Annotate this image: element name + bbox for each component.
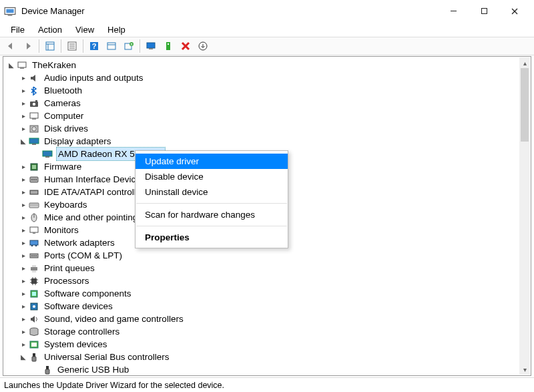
- tree-root[interactable]: ◣TheKraken: [5, 59, 529, 71]
- expand-chevron-icon[interactable]: ▸: [19, 287, 28, 300]
- toolbar-scan-hardware-button[interactable]: [143, 39, 159, 53]
- menu-help[interactable]: Help: [101, 23, 132, 36]
- svg-rect-53: [30, 227, 38, 232]
- expand-chevron-icon[interactable]: ▸: [19, 198, 28, 211]
- tree-category-21[interactable]: ◣Universal Serial Bus controllers: [5, 351, 529, 363]
- svg-rect-4: [481, 9, 487, 14]
- tree-category-5[interactable]: ◣Display adapters: [5, 135, 529, 148]
- expand-chevron-icon[interactable]: ▸: [19, 262, 28, 274]
- system-icon: [28, 339, 39, 350]
- tree-item-label: Universal Serial Bus controllers: [43, 351, 171, 363]
- expand-chevron-icon[interactable]: ▸: [19, 249, 28, 262]
- expand-chevron-icon[interactable]: ◣: [19, 351, 28, 363]
- tree-item-label: Display adapters: [43, 135, 113, 148]
- tree-category-17[interactable]: ▸Software devices: [5, 300, 529, 313]
- svg-rect-83: [46, 366, 49, 369]
- toolbar-help-button[interactable]: ?: [86, 39, 102, 53]
- minimize-button[interactable]: [438, 1, 469, 21]
- expand-chevron-icon[interactable]: ▸: [19, 224, 28, 236]
- tree-category-1[interactable]: ▸Bluetooth: [5, 84, 529, 97]
- tree-category-4[interactable]: ▸Disk drives: [5, 122, 529, 135]
- scrollbar-down-icon[interactable]: ▾: [519, 364, 530, 375]
- expand-chevron-icon[interactable]: ▸: [19, 325, 28, 338]
- svg-point-59: [31, 255, 33, 256]
- tree-category-13[interactable]: ▸Ports (COM & LPT): [5, 249, 529, 262]
- tree-category-20[interactable]: ▸System devices: [5, 338, 529, 351]
- tree-item-label: Mice and other pointing: [43, 211, 139, 224]
- swc-icon: [28, 288, 39, 299]
- expand-chevron-icon[interactable]: ▸: [19, 211, 28, 224]
- scrollbar-thumb[interactable]: [521, 68, 529, 142]
- tree-category-3[interactable]: ▸Computer: [5, 110, 529, 122]
- toolbar-forward-button[interactable]: [20, 39, 36, 53]
- tree-category-14[interactable]: ▸Print queues: [5, 262, 529, 274]
- tree-item-label: TheKraken: [31, 59, 77, 71]
- toolbar-properties-button[interactable]: [64, 39, 80, 53]
- expand-chevron-icon[interactable]: ▸: [19, 122, 28, 135]
- expand-chevron-icon[interactable]: ▸: [19, 173, 28, 186]
- tree-item-label: Firmware: [43, 160, 83, 173]
- tree-category-2[interactable]: ▸Cameras: [5, 97, 529, 110]
- toolbar-update-driver-button[interactable]: [121, 39, 137, 53]
- expand-chevron-icon[interactable]: ◣: [19, 135, 28, 148]
- tree-category-15[interactable]: ▸Processors: [5, 274, 529, 287]
- svg-point-77: [33, 305, 35, 308]
- expand-chevron-icon[interactable]: ▸: [19, 338, 28, 351]
- tree-category-18[interactable]: ▸Sound, video and game controllers: [5, 313, 529, 325]
- toolbar-separator: [61, 39, 61, 53]
- expand-chevron-icon[interactable]: ▸: [19, 274, 28, 287]
- expand-chevron-icon[interactable]: ◣: [7, 59, 16, 71]
- toolbar-enable-button[interactable]: [160, 39, 176, 53]
- expand-chevron-icon[interactable]: ▸: [19, 236, 28, 249]
- scrollbar-track[interactable]: [519, 142, 530, 364]
- svg-rect-1: [6, 9, 13, 13]
- svg-rect-38: [45, 156, 49, 158]
- menu-file[interactable]: File: [4, 23, 31, 36]
- svg-point-42: [31, 179, 33, 180]
- tree-category-19[interactable]: ▸Storage controllers: [5, 325, 529, 338]
- expand-chevron-icon[interactable]: ▸: [19, 300, 28, 313]
- context-menu-item-4[interactable]: Scan for hardware changes: [136, 207, 288, 222]
- svg-rect-35: [29, 138, 39, 144]
- tree-item-label: System devices: [43, 338, 109, 351]
- svg-rect-57: [35, 245, 37, 246]
- toolbar-show-hide-button[interactable]: [42, 39, 58, 53]
- context-menu-item-1[interactable]: Disable device: [136, 169, 288, 184]
- svg-point-28: [32, 102, 35, 105]
- scrollbar-up-icon[interactable]: ▴: [519, 57, 530, 68]
- context-menu-item-2[interactable]: Uninstall device: [136, 184, 288, 200]
- scrollbar-vertical[interactable]: ▴ ▾: [519, 57, 530, 375]
- tree-device-21-0[interactable]: Generic USB Hub: [5, 363, 529, 376]
- tree-item-label: Ports (COM & LPT): [43, 249, 123, 262]
- toolbar-back-button[interactable]: [3, 39, 19, 53]
- tree-category-0[interactable]: ▸Audio inputs and outputs: [5, 71, 529, 84]
- svg-rect-21: [149, 48, 153, 49]
- svg-rect-30: [30, 113, 38, 118]
- expand-chevron-icon[interactable]: ▸: [19, 110, 28, 122]
- menu-action[interactable]: Action: [31, 23, 69, 36]
- toolbar-separator: [83, 39, 83, 53]
- expand-chevron-icon[interactable]: ▸: [19, 160, 28, 173]
- svg-point-43: [33, 179, 35, 180]
- tree-item-label: Keyboards: [43, 198, 89, 211]
- svg-rect-84: [45, 369, 49, 374]
- expand-chevron-icon[interactable]: ▸: [19, 84, 28, 97]
- context-menu-item-0[interactable]: Update driver: [136, 154, 288, 169]
- expand-chevron-icon[interactable]: ▸: [19, 186, 28, 198]
- expand-chevron-icon[interactable]: ▸: [19, 71, 28, 84]
- context-menu-item-6[interactable]: Properties: [136, 230, 288, 245]
- tree-item-label: Print queues: [43, 262, 96, 274]
- expand-chevron-icon[interactable]: ▸: [19, 313, 28, 325]
- expand-chevron-icon[interactable]: ▸: [19, 97, 28, 110]
- toolbar-action-button[interactable]: [103, 39, 119, 53]
- toolbar-down-button[interactable]: [195, 39, 211, 53]
- print-icon: [28, 262, 39, 274]
- toolbar-uninstall-button[interactable]: [178, 39, 194, 53]
- maximize-button[interactable]: [469, 1, 499, 21]
- svg-rect-54: [33, 232, 35, 234]
- close-button[interactable]: [499, 1, 530, 21]
- tree-category-16[interactable]: ▸Software components: [5, 287, 529, 300]
- svg-text:?: ?: [92, 42, 97, 50]
- menu-view[interactable]: View: [69, 23, 101, 36]
- tree-item-label: Software components: [43, 287, 133, 300]
